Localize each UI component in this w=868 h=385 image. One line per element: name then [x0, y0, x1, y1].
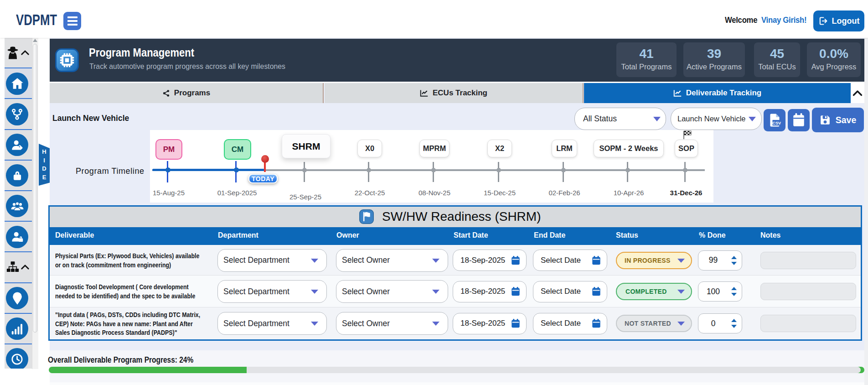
svg-text:CSV: CSV: [772, 121, 781, 125]
